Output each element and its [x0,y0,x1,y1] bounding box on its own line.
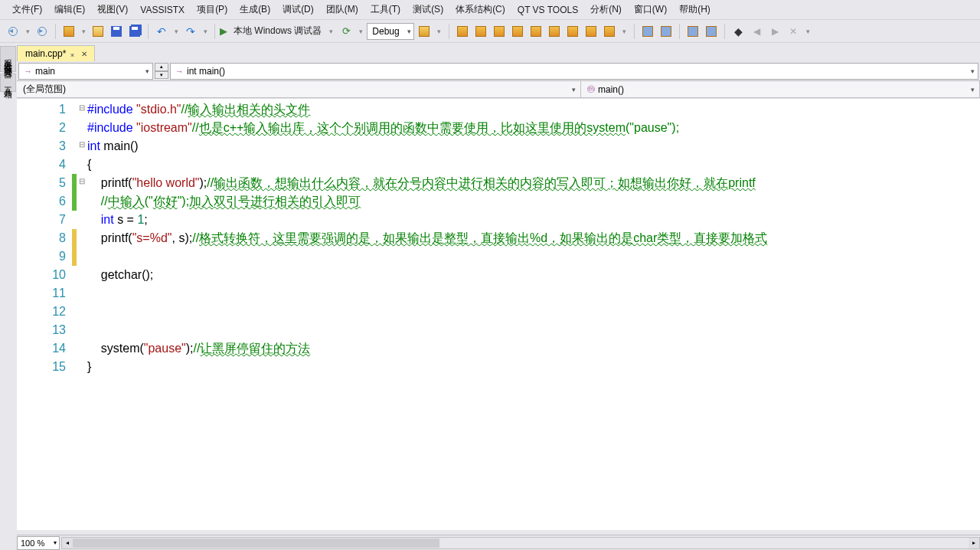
menu-test[interactable]: 测试(S) [407,0,449,19]
menu-file[interactable]: 文件(F) [6,0,48,19]
find-icon [419,26,430,37]
new-item-icon [64,26,74,37]
open-button[interactable] [90,23,106,40]
tab-main-cpp[interactable]: main.cpp* ⁎ ✕ [17,45,95,61]
document-tabstrip: main.cpp* ⁎ ✕ [0,43,980,61]
debug-btn-5[interactable] [528,23,544,40]
find-button[interactable] [416,23,433,40]
debug-icon-3 [494,26,505,37]
undo-button[interactable]: ↶ [153,23,170,40]
scope-bar: (全局范围) ⓜ main() [17,81,980,98]
debug-icon-6 [549,26,560,37]
menu-qt-vs-tools[interactable]: QT VS TOOLS [511,2,584,18]
side-tab-server-explorer[interactable]: 服务器资源管理器 [0,46,16,72]
nav-forward-icon [38,27,47,36]
redo-button[interactable]: ↷ [182,23,199,40]
start-debug-button[interactable]: 本地 Windows 调试器 [230,25,325,38]
nav-back-button[interactable] [5,23,21,40]
hscroll-thumb[interactable] [73,539,439,548]
refresh-dropdown[interactable]: ▾ [356,23,365,40]
bookmark-button[interactable]: ◆ [730,23,746,40]
menu-project[interactable]: 项目(P) [191,0,234,19]
symbol-label: int main() [187,66,225,77]
bookmark-next-button[interactable]: ▶ [766,23,783,40]
fold-column[interactable]: ⊟⊟⊟ [77,99,87,530]
debug-btn-1[interactable] [454,23,471,40]
start-debug-dropdown[interactable]: ▾ [326,28,336,35]
undo-icon: ↶ [157,25,166,38]
debug-icon-2 [475,26,486,37]
uncomment-icon [661,26,671,37]
menu-vassistx[interactable]: VASSISTX [134,2,191,18]
debug-icon-1 [457,26,468,37]
project-dropdown[interactable]: → main [18,63,153,80]
menu-edit[interactable]: 编辑(E) [48,0,91,19]
bookmark-prev-button[interactable]: ◀ [748,23,765,40]
menu-debug[interactable]: 调试(D) [276,0,320,19]
new-item-button[interactable] [60,23,77,40]
menu-view[interactable]: 视图(V) [91,0,134,19]
start-debug-icon: ▶ [220,25,227,37]
zoom-dropdown[interactable]: 100 % [17,536,60,550]
uncomment-button[interactable] [658,23,675,40]
menu-help[interactable]: 帮助(H) [673,0,717,19]
code-area[interactable]: #include "stdio.h"//输入输出相关的头文件#include "… [87,99,980,530]
editor-bottom-bar: 100 % ◂ ▸ [17,535,980,550]
menu-window[interactable]: 窗口(W) [628,0,673,19]
refresh-button[interactable]: ⟳ [338,23,354,40]
scope-left-label: (全局范围) [23,83,66,96]
save-button[interactable] [108,23,125,40]
indent-out-button[interactable] [703,23,720,40]
debug-dropdown[interactable]: ▾ [619,28,629,35]
redo-icon: ↷ [186,25,195,38]
scope-right-dropdown[interactable]: ⓜ main() [581,81,980,97]
menu-tools[interactable]: 工具(T) [364,0,407,19]
menu-analyze[interactable]: 分析(N) [584,0,628,19]
debug-icon-8 [586,26,596,37]
project-label: main [35,66,55,77]
nav-forward-button[interactable] [34,23,51,40]
config-dropdown[interactable]: Debug [367,23,414,40]
undo-dropdown[interactable]: ▾ [172,23,181,40]
save-icon [111,26,122,37]
comment-icon [642,26,653,37]
code-editor[interactable]: 123456789101112131415 ⊟⊟⊟ #include "stdi… [17,98,980,530]
debug-btn-8[interactable] [583,23,599,40]
menu-build[interactable]: 生成(B) [234,0,276,19]
scope-left-dropdown[interactable]: (全局范围) [17,81,581,97]
menu-bar: 文件(F) 编辑(E) 视图(V) VASSISTX 项目(P) 生成(B) 调… [0,0,980,20]
horizontal-scrollbar[interactable]: ◂ ▸ [61,537,980,549]
bookmark-clear-button[interactable]: ✕ [785,23,802,40]
bookmark-dropdown[interactable]: ▾ [803,28,813,35]
tab-pin-icon[interactable]: ⁎ [70,50,74,58]
open-icon [93,26,103,37]
side-tabs: 服务器资源管理器 工具箱 [0,46,15,93]
side-tab-toolbox[interactable]: 工具箱 [0,74,16,92]
redo-dropdown[interactable]: ▾ [201,23,210,40]
line-number-gutter: 123456789101112131415 [17,99,72,530]
nav-bar: → main ▴▾ → int main() [17,61,980,81]
symbol-dropdown[interactable]: → int main() [170,63,978,80]
symbol-icon: → [175,67,184,76]
debug-btn-9[interactable] [601,23,618,40]
find-dropdown[interactable]: ▾ [434,28,444,35]
debug-btn-4[interactable] [509,23,526,40]
nav-back-icon [8,27,18,36]
nav-spinner[interactable]: ▴▾ [155,63,168,79]
save-all-button[interactable] [126,23,143,40]
debug-btn-3[interactable] [491,23,508,40]
menu-team[interactable]: 团队(M) [320,0,364,19]
hscroll-left-arrow[interactable]: ◂ [62,538,73,548]
hscroll-right-arrow[interactable]: ▸ [969,538,979,548]
indent-in-button[interactable] [684,23,701,40]
nav-dropdown-button[interactable]: ▾ [23,23,32,40]
debug-btn-6[interactable] [546,23,563,40]
debug-btn-2[interactable] [472,23,489,40]
debug-btn-7[interactable] [564,23,581,40]
tab-close-button[interactable]: ✕ [79,48,90,59]
menu-architecture[interactable]: 体系结构(C) [449,0,511,19]
debug-icon-5 [531,26,541,37]
toolbar: ▾ ▾ ↶ ▾ ↷ ▾ ▶ 本地 Windows 调试器 ▾ ⟳ ▾ Debug… [0,20,980,43]
new-dropdown-button[interactable]: ▾ [79,23,88,40]
comment-button[interactable] [639,23,656,40]
